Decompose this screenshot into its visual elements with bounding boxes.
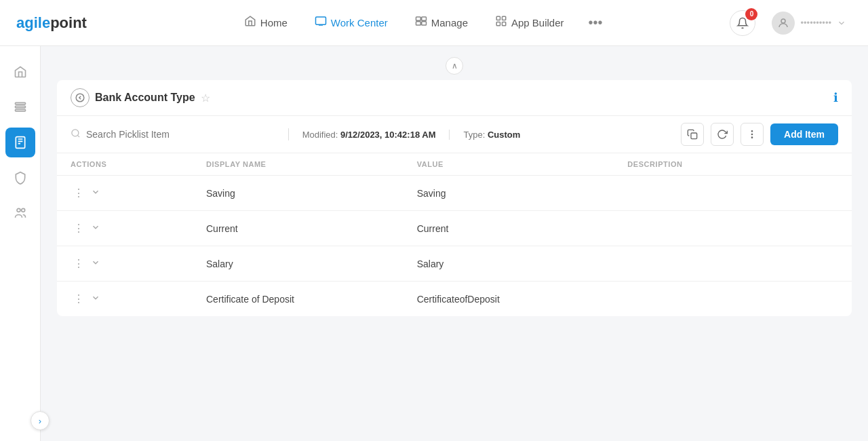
cell-display-name: Current: [206, 223, 417, 234]
user-name: ••••••••••: [800, 18, 831, 28]
cell-value: Saving: [417, 188, 628, 199]
cell-value: Current: [417, 223, 628, 234]
row-menu-icon[interactable]: ⋮: [71, 291, 87, 307]
user-menu[interactable]: ••••••••••: [766, 9, 852, 37]
add-item-button[interactable]: Add Item: [770, 123, 838, 145]
modified-value: 9/12/2023, 10:42:18 AM: [340, 130, 435, 140]
type-value: Custom: [488, 130, 520, 140]
favorite-icon[interactable]: ☆: [201, 92, 210, 104]
work-center-nav-icon: [315, 15, 327, 31]
nav-links: Home Work Center Manage App Builder •••: [114, 9, 730, 36]
svg-rect-18: [691, 133, 697, 139]
sidebar-item-shield[interactable]: [5, 163, 35, 193]
nav-manage-label: Manage: [431, 17, 468, 28]
table-row: ⋮ Current Current: [57, 211, 852, 246]
svg-point-16: [76, 94, 84, 102]
sidebar-item-home[interactable]: [5, 57, 35, 87]
modified-info: Modified: 9/12/2023, 10:42:18 AM: [289, 130, 450, 140]
svg-rect-12: [15, 109, 25, 111]
sidebar-item-list[interactable]: [5, 92, 35, 122]
row-menu-icon[interactable]: ⋮: [71, 220, 87, 236]
col-display-name: DISPLAY NAME: [206, 160, 417, 168]
search-input[interactable]: [86, 129, 275, 140]
svg-point-21: [751, 137, 752, 138]
svg-point-17: [72, 130, 79, 136]
main-content: ∧ Bank Account Type ☆ ℹ Modif: [41, 46, 868, 441]
cell-value: Salary: [417, 258, 628, 269]
row-menu-icon[interactable]: ⋮: [71, 185, 87, 201]
svg-point-9: [781, 19, 785, 23]
notification-button[interactable]: 0: [730, 10, 755, 36]
row-menu-icon[interactable]: ⋮: [71, 256, 87, 271]
row-expand-icon[interactable]: [91, 223, 100, 234]
manage-nav-icon: [415, 15, 427, 31]
main-layout: › ∧ Bank Account Type ☆ ℹ: [0, 46, 868, 441]
svg-rect-11: [15, 106, 25, 108]
row-expand-icon[interactable]: [91, 187, 100, 199]
collapse-bar: ∧: [57, 57, 852, 75]
nav-work-center[interactable]: Work Center: [304, 9, 399, 36]
row-expand-icon[interactable]: [91, 258, 100, 269]
app-builder-nav-icon: [495, 15, 507, 31]
table-row: ⋮ Salary Salary: [57, 246, 852, 282]
sidebar-item-users[interactable]: [5, 198, 35, 228]
more-actions-button[interactable]: [741, 123, 764, 146]
collapse-button[interactable]: ∧: [446, 57, 463, 75]
svg-rect-0: [315, 17, 326, 24]
row-expand-icon[interactable]: [91, 293, 100, 305]
svg-rect-8: [502, 22, 505, 26]
cell-display-name: Salary: [206, 258, 417, 269]
svg-rect-7: [496, 22, 500, 26]
nav-home-label: Home: [260, 17, 288, 28]
copy-button[interactable]: [681, 123, 704, 146]
top-navigation: agilepoint Home Work Center Manage App: [0, 0, 868, 46]
logo[interactable]: agilepoint: [16, 14, 87, 32]
nav-app-builder-label: App Builder: [511, 17, 564, 28]
nav-manage[interactable]: Manage: [404, 9, 479, 36]
back-button[interactable]: [71, 88, 90, 107]
table-row: ⋮ Saving Saving: [57, 176, 852, 211]
svg-rect-1: [416, 17, 420, 20]
search-box: [71, 128, 289, 140]
row-actions: ⋮: [71, 291, 206, 307]
nav-more-icon[interactable]: •••: [580, 9, 611, 36]
row-actions: ⋮: [71, 256, 206, 271]
col-description: DESCRIPTION: [627, 160, 838, 168]
logo-text: agilepoint: [16, 14, 87, 32]
page-header: Bank Account Type ☆ ℹ: [57, 80, 852, 116]
search-icon: [71, 128, 81, 140]
nav-work-center-label: Work Center: [331, 17, 388, 28]
sidebar-expand-button[interactable]: ›: [31, 411, 50, 430]
row-actions: ⋮: [71, 185, 206, 201]
svg-point-15: [21, 208, 24, 212]
svg-point-14: [17, 208, 20, 212]
col-actions: ACTIONS: [71, 160, 206, 168]
svg-rect-4: [422, 22, 427, 25]
table-container: ACTIONS DISPLAY NAME VALUE DESCRIPTION ⋮…: [57, 153, 852, 316]
page-title-row: Bank Account Type ☆: [71, 88, 210, 107]
nav-right: 0 ••••••••••: [730, 9, 852, 37]
svg-rect-3: [416, 22, 420, 25]
chevron-up-icon: ∧: [452, 61, 458, 71]
toolbar: Modified: 9/12/2023, 10:42:18 AM Type: C…: [57, 116, 852, 153]
user-avatar: [772, 12, 795, 35]
cell-value: CertificateofDeposit: [417, 294, 628, 305]
cell-display-name: Certificate of Deposit: [206, 294, 417, 305]
refresh-button[interactable]: [711, 123, 734, 146]
svg-point-20: [751, 134, 752, 134]
sidebar-item-doc[interactable]: [5, 128, 35, 157]
info-icon[interactable]: ℹ: [833, 90, 838, 105]
chevron-right-icon: ›: [39, 416, 41, 426]
notification-badge: 0: [745, 8, 757, 20]
svg-rect-6: [502, 16, 505, 20]
svg-point-19: [751, 131, 752, 132]
col-value: VALUE: [417, 160, 628, 168]
svg-rect-2: [422, 17, 427, 20]
row-actions: ⋮: [71, 220, 206, 236]
nav-home[interactable]: Home: [233, 9, 298, 36]
cell-display-name: Saving: [206, 188, 417, 199]
nav-app-builder[interactable]: App Builder: [484, 9, 575, 36]
home-nav-icon: [244, 15, 256, 31]
svg-rect-5: [496, 16, 500, 20]
page-title: Bank Account Type: [95, 92, 195, 104]
